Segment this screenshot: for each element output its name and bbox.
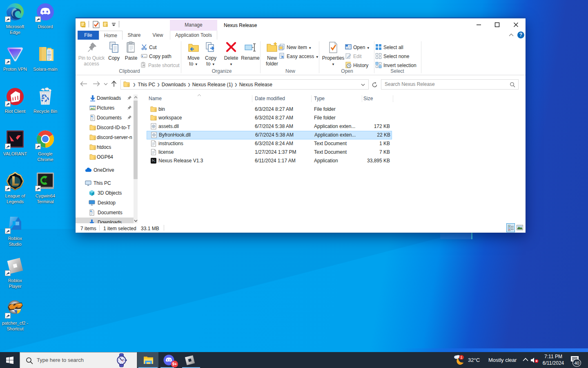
svg-text:1: 1 [461, 355, 463, 359]
